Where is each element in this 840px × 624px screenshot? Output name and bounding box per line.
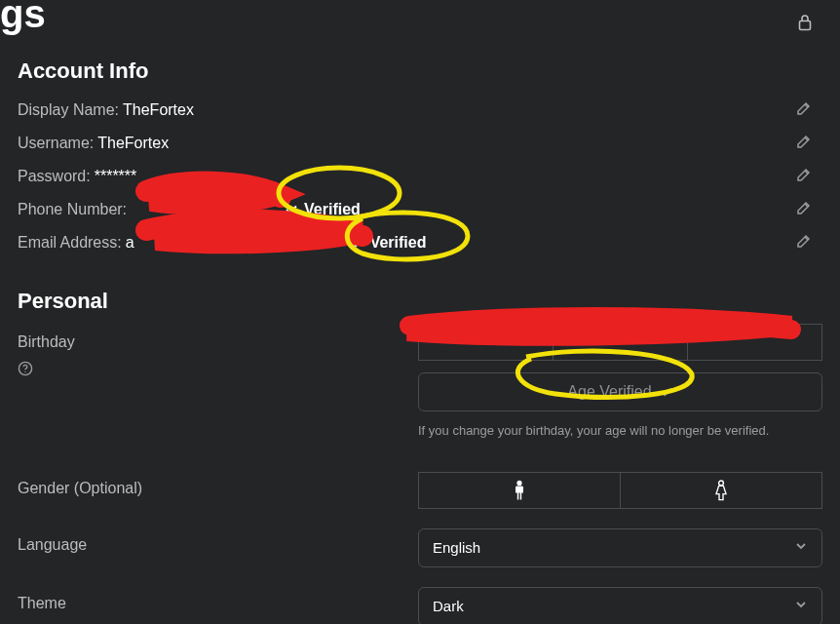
phone-verified-text: Verified xyxy=(304,201,361,218)
svg-rect-0 xyxy=(800,21,811,30)
edit-email-button[interactable] xyxy=(795,232,813,250)
display-name-label: Display Name: xyxy=(18,101,119,119)
gender-label: Gender (Optional) xyxy=(18,472,402,497)
gender-female-button[interactable] xyxy=(621,472,822,509)
svg-point-4 xyxy=(719,481,724,486)
email-value-prefix: a xyxy=(126,234,134,252)
birthday-help-icon[interactable] xyxy=(18,361,402,380)
chevron-down-icon xyxy=(794,598,808,614)
display-name-value: TheFortex xyxy=(123,101,194,119)
username-row: Username: TheFortex xyxy=(18,127,822,160)
gender-male-button[interactable] xyxy=(418,472,621,509)
svg-point-3 xyxy=(516,480,521,485)
phone-label: Phone Number: xyxy=(18,201,127,218)
email-label: Email Address: xyxy=(18,234,122,252)
birthday-day-select[interactable] xyxy=(554,324,688,361)
language-select[interactable]: English xyxy=(418,528,822,567)
display-name-row: Display Name: TheFortex xyxy=(18,94,822,127)
svg-point-2 xyxy=(24,371,25,372)
theme-select[interactable]: Dark xyxy=(418,587,822,625)
edit-display-name-button[interactable] xyxy=(795,99,813,117)
edit-password-button[interactable] xyxy=(795,166,813,183)
language-label: Language xyxy=(18,528,402,554)
password-label: Password: xyxy=(18,168,91,185)
female-icon xyxy=(713,480,729,501)
edit-username-button[interactable] xyxy=(795,133,813,150)
language-value: English xyxy=(433,539,480,556)
email-verified-badge: Verified xyxy=(351,234,427,252)
phone-row: Phone Number: Verified xyxy=(18,193,822,226)
theme-value: Dark xyxy=(433,598,464,614)
age-verified-text: Age Verified xyxy=(567,383,651,401)
account-info-heading: Account Info xyxy=(18,58,822,84)
username-value: TheFortex xyxy=(97,135,169,152)
username-label: Username: xyxy=(18,135,94,152)
page-title-fragment: gs xyxy=(0,0,822,33)
chevron-down-icon xyxy=(794,539,808,556)
lock-icon[interactable] xyxy=(797,14,813,35)
age-verified-button[interactable]: Age Verified xyxy=(418,372,822,411)
check-icon xyxy=(285,203,298,216)
password-value: ******* xyxy=(95,168,137,185)
personal-heading: Personal xyxy=(18,289,822,314)
birthday-year-select[interactable] xyxy=(688,324,822,361)
check-icon xyxy=(660,385,673,399)
theme-label: Theme xyxy=(18,587,402,612)
birthday-hint: If you change your birthday, your age wi… xyxy=(418,421,788,441)
email-verified-text: Verified xyxy=(370,234,427,252)
password-row: Password: ******* xyxy=(18,160,822,193)
birthday-label: Birthday xyxy=(18,324,402,351)
birthday-month-select[interactable] xyxy=(418,324,554,361)
birthday-date-selects xyxy=(418,324,822,361)
check-icon xyxy=(351,236,364,250)
phone-verified-badge: Verified xyxy=(285,201,361,218)
male-icon xyxy=(513,480,526,501)
email-row: Email Address: a Verified xyxy=(18,226,822,259)
edit-phone-button[interactable] xyxy=(795,199,813,216)
